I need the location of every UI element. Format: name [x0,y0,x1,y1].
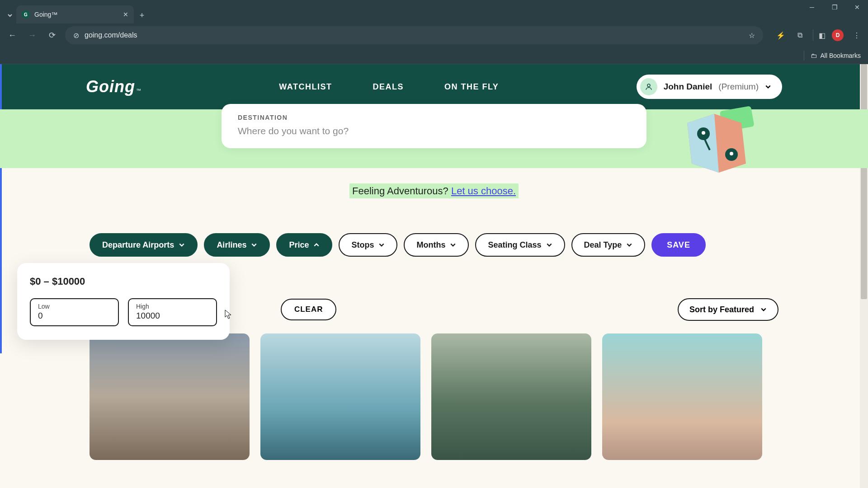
site-header: Going™ WATCHLIST DEALS ON THE FLY John D… [0,64,868,109]
chevron-down-icon [378,242,385,248]
destination-input[interactable]: Where do you want to go? [238,126,630,136]
chevron-down-icon [450,242,456,248]
deal-card[interactable] [602,333,762,460]
minimize-icon[interactable]: ─ [805,4,819,11]
deal-card[interactable] [90,333,250,460]
mouse-cursor [225,310,232,321]
chevron-up-icon [313,242,320,248]
price-range-label: $0 – $10000 [30,276,217,287]
address-bar[interactable]: ⊘ going.com/deals ☆ [65,26,763,44]
let-us-choose-link[interactable]: Let us choose. [451,185,516,197]
user-name: John Daniel [664,82,712,92]
hero-banner: DESTINATION Where do you want to go? [0,109,868,168]
nav-deals[interactable]: DEALS [373,82,404,92]
filter-airlines[interactable]: Airlines [204,233,270,257]
extension-icon-1[interactable]: ⚡ [775,29,787,41]
deal-card[interactable] [260,333,420,460]
deal-card[interactable] [431,333,591,460]
user-menu-button[interactable]: John Daniel (Premium) [637,75,782,99]
filter-departure-airports[interactable]: Departure Airports [90,233,198,257]
sort-button[interactable]: Sort by Featured [678,298,778,321]
deal-cards-grid [0,333,868,460]
map-illustration [678,105,760,182]
filters-row: Departure Airports Airlines Price Stops … [0,233,868,257]
tab-dropdown-button[interactable] [4,7,16,23]
price-popover: $0 – $10000 Low High [17,263,230,340]
price-high-input[interactable] [136,311,209,321]
chevron-down-icon [760,306,767,313]
price-low-input[interactable] [38,311,111,321]
close-tab-icon[interactable]: ✕ [123,11,128,18]
price-high-field[interactable]: High [128,298,217,326]
svg-point-0 [647,84,650,87]
back-button[interactable]: ← [5,28,19,42]
user-tier: (Premium) [718,82,759,92]
svg-point-5 [702,131,705,135]
tab-title: Going™ [34,11,118,18]
all-bookmarks-button[interactable]: 🗀 All Bookmarks [811,52,861,59]
chevron-down-icon [251,242,257,248]
svg-marker-3 [687,114,719,173]
filter-deal-type[interactable]: Deal Type [571,233,646,257]
clear-filters-button[interactable]: CLEAR [281,299,337,320]
bookmark-star-icon[interactable]: ☆ [749,31,755,40]
filter-seating-class[interactable]: Seating Class [475,233,565,257]
chevron-down-icon [765,84,771,90]
url-text: going.com/deals [85,31,137,39]
reload-button[interactable]: ⟳ [45,28,59,42]
svg-point-7 [730,152,733,155]
browser-tab[interactable]: G Going™ ✕ [16,5,134,23]
nav-watchlist[interactable]: WATCHLIST [279,82,332,92]
sidepanel-icon[interactable]: ◧ [813,29,825,41]
filter-months[interactable]: Months [404,233,469,257]
save-filters-button[interactable]: SAVE [651,233,706,257]
filter-stops[interactable]: Stops [339,233,397,257]
tab-favicon: G [22,10,30,19]
chevron-down-icon [179,242,185,248]
forward-button[interactable]: → [25,28,39,42]
folder-icon: 🗀 [811,52,817,59]
adventurous-prompt: Feeling Adventurous? Let us choose. [0,185,868,197]
new-tab-button[interactable]: + [134,7,150,23]
close-window-icon[interactable]: ✕ [850,4,864,11]
chrome-menu-icon[interactable]: ⋮ [851,29,863,41]
destination-label: DESTINATION [238,114,630,121]
going-logo[interactable]: Going™ [86,77,142,96]
price-low-field[interactable]: Low [30,298,119,326]
site-info-icon[interactable]: ⊘ [73,31,79,40]
chevron-down-icon [626,242,632,248]
user-avatar-icon [640,78,657,95]
destination-search-card[interactable]: DESTINATION Where do you want to go? [222,104,646,148]
chevron-down-icon [546,242,552,248]
page-accent-bar [0,64,2,353]
bookmarks-separator [804,51,804,61]
maximize-icon[interactable]: ❐ [827,4,842,11]
profile-avatar[interactable]: D [832,29,844,41]
nav-on-the-fly[interactable]: ON THE FLY [444,82,499,92]
extensions-icon[interactable]: ⧉ [794,29,806,41]
scrollbar-thumb[interactable] [861,64,867,299]
filter-price[interactable]: Price [276,233,332,257]
